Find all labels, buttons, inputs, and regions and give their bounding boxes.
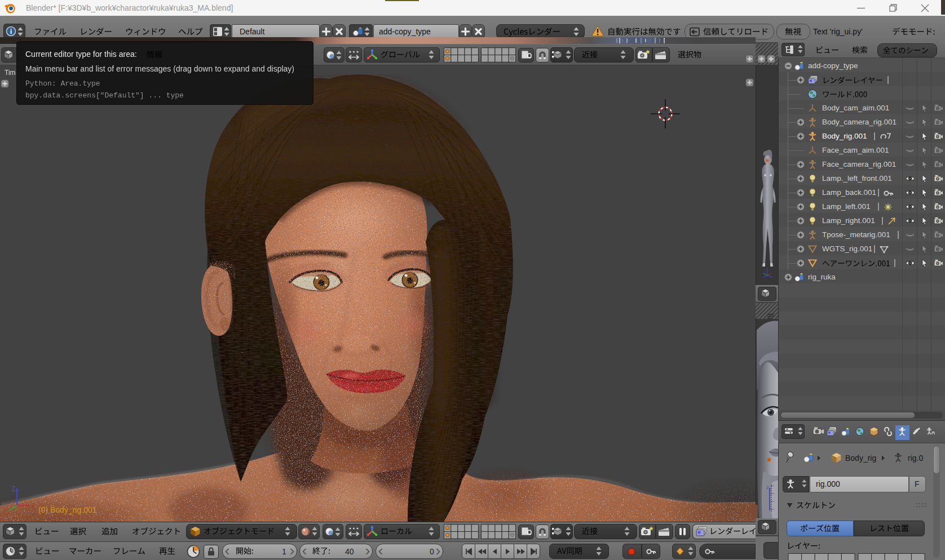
svg-text:Tim: Tim (5, 69, 16, 77)
svg-text:x: x (31, 503, 34, 509)
svg-text:Z: Z (11, 485, 15, 493)
svg-text:(0) Body_rig.001: (0) Body_rig.001 (38, 505, 97, 514)
svg-text:i: i (10, 27, 12, 35)
svg-text:z: z (766, 485, 769, 490)
